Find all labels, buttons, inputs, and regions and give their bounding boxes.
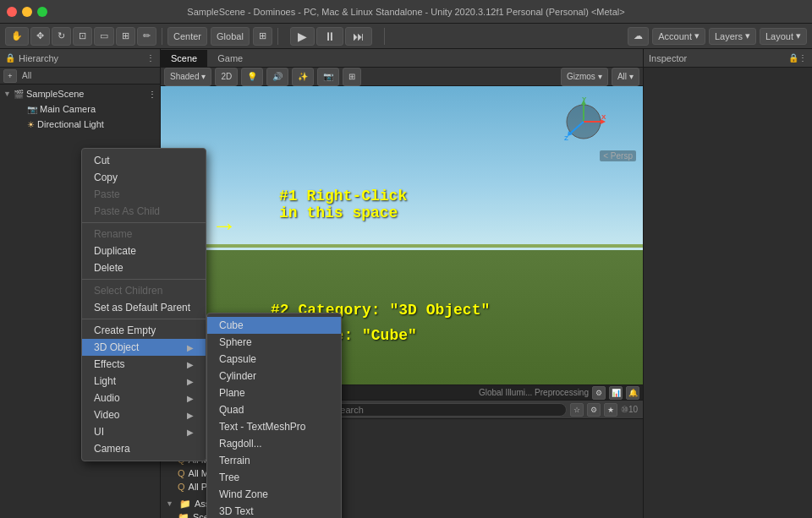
submenu-terrain[interactable]: Terrain: [207, 452, 341, 469]
ctx-effects[interactable]: Effects ▶: [82, 356, 206, 373]
shaded-dropdown[interactable]: Shaded ▾: [164, 68, 211, 86]
ctx-sep-2: [82, 279, 206, 280]
tab-game[interactable]: Game: [207, 50, 253, 67]
hierarchy-directional-light[interactable]: ☀ Directional Light: [0, 117, 160, 132]
toolbar-right: ☁ Account ▾ Layers ▾ Layout ▾: [628, 27, 807, 46]
audio-button[interactable]: 🔊: [266, 68, 288, 86]
pause-button[interactable]: ⏸: [316, 27, 343, 46]
bottom-scene-toolbar: ☆ ⚙ ★ ⑩10: [321, 401, 643, 419]
hierarchy-add-button[interactable]: +: [3, 69, 17, 83]
submenu-sphere[interactable]: Sphere: [207, 334, 341, 351]
directional-light-label: Directional Light: [37, 119, 104, 129]
layers-dropdown[interactable]: Layers ▾: [709, 28, 756, 45]
filter-btn-3[interactable]: ★: [604, 403, 617, 417]
ctx-select-children: Select Children: [82, 282, 206, 299]
ctx-ui[interactable]: UI ▶: [82, 423, 206, 440]
ctx-camera[interactable]: Camera: [82, 440, 206, 457]
arrow-icon: ▼: [166, 499, 176, 508]
ctx-set-default-parent[interactable]: Set as Default Parent: [82, 299, 206, 316]
bottom-content: [321, 419, 643, 518]
ctx-light[interactable]: Light ▶: [82, 373, 206, 390]
persp-label: < Persp: [600, 150, 636, 161]
scene-toolbar: Shaded ▾ 2D 💡 🔊 ✨ 📷 ⊞ Gizmos ▾ All ▾: [161, 68, 643, 86]
scale-tool[interactable]: ⊡: [73, 27, 92, 46]
account-dropdown[interactable]: Account ▾: [652, 28, 705, 45]
multi-tool[interactable]: ⊞: [116, 27, 135, 46]
submenu-quad[interactable]: Quad: [207, 401, 341, 418]
scene-gizmo[interactable]: X Y Z: [558, 96, 609, 147]
ctx-copy[interactable]: Copy: [82, 169, 206, 186]
hierarchy-sample-scene[interactable]: ▼ 🎬 SampleScene ⋮: [0, 86, 160, 101]
hierarchy-main-camera[interactable]: 📷 Main Camera: [0, 101, 160, 117]
ctx-paste: Paste: [82, 186, 206, 203]
scene-cam-button[interactable]: 📷: [317, 68, 339, 86]
ctx-cut[interactable]: Cut: [82, 152, 206, 169]
submenu-plane[interactable]: Plane: [207, 384, 341, 401]
move-tool[interactable]: ✥: [30, 27, 50, 46]
submenu-cube[interactable]: Cube: [207, 317, 341, 334]
custom-tool[interactable]: ✏: [137, 27, 156, 46]
global-toggle[interactable]: Global: [211, 27, 250, 46]
ctx-3d-object[interactable]: 3D Object ▶: [82, 339, 206, 356]
lights-button[interactable]: 💡: [241, 68, 263, 86]
asset-search-input[interactable]: [326, 403, 567, 417]
all-dropdown[interactable]: All ▾: [612, 68, 639, 86]
arrow-icon: ▼: [3, 90, 14, 98]
rect-tool[interactable]: ▭: [94, 27, 114, 46]
ctx-create-empty[interactable]: Create Empty: [82, 322, 206, 339]
playback-controls: ▶ ⏸ ⏭: [290, 27, 372, 46]
tab-scene[interactable]: Scene: [161, 50, 207, 67]
ctx-delete[interactable]: Delete: [82, 259, 206, 276]
window-title: SampleScene - Dominoes - PC, Mac & Linux…: [187, 7, 624, 17]
ctx-rename: Rename: [82, 226, 206, 243]
center-toggle[interactable]: Center: [167, 27, 207, 46]
svg-text:Z: Z: [564, 134, 568, 142]
folder-icon-3: Q: [178, 482, 185, 492]
grid-button[interactable]: ⊞: [253, 27, 272, 46]
maximize-button[interactable]: [37, 7, 47, 17]
filter-btn-1[interactable]: ☆: [570, 403, 584, 417]
status-btn-2[interactable]: 📊: [609, 386, 623, 400]
submenu-wind-zone[interactable]: Wind Zone: [207, 486, 341, 503]
hierarchy-toolbar: + All: [0, 68, 160, 85]
filter-btn-2[interactable]: ⚙: [587, 403, 601, 417]
minimize-button[interactable]: [22, 7, 32, 17]
status-btn-3[interactable]: 🔔: [626, 386, 639, 400]
hand-tool[interactable]: ✋: [5, 27, 29, 46]
submenu-ragdoll[interactable]: Ragdoll...: [207, 435, 341, 452]
fx-button[interactable]: ✨: [292, 68, 314, 86]
separator-1: [162, 28, 162, 45]
traffic-lights: [7, 7, 47, 17]
status-btn-1[interactable]: ⚙: [592, 386, 606, 400]
main-camera-label: Main Camera: [40, 104, 96, 114]
2d-button[interactable]: 2D: [215, 68, 238, 86]
gizmos-dropdown[interactable]: Gizmos ▾: [561, 68, 608, 86]
ctx-duplicate[interactable]: Duplicate: [82, 243, 206, 259]
collab-button[interactable]: ☁: [628, 27, 649, 46]
ctx-audio[interactable]: Audio ▶: [82, 390, 206, 406]
submenu-3d-text[interactable]: 3D Text: [207, 503, 341, 518]
step-button[interactable]: ⏭: [345, 27, 372, 46]
ctx-sep-3: [82, 319, 206, 319]
main-toolbar: ✋ ✥ ↻ ⊡ ▭ ⊞ ✏ Center Global ⊞ ▶ ⏸ ⏭ ☁ Ac…: [0, 24, 812, 49]
hierarchy-title: Hierarchy: [19, 53, 58, 63]
submenu-tree[interactable]: Tree: [207, 469, 341, 486]
arrow-icon-light: ▶: [187, 377, 194, 386]
submenu-cylinder[interactable]: Cylinder: [207, 368, 341, 384]
layout-dropdown[interactable]: Layout ▾: [760, 28, 807, 45]
arrow-icon-audio: ▶: [187, 394, 194, 403]
grid-scene-button[interactable]: ⊞: [343, 68, 361, 86]
rotate-tool[interactable]: ↻: [52, 27, 71, 46]
inspector-panel: Inspector 🔒 ⋮: [643, 49, 812, 518]
scene-menu[interactable]: ⋮: [148, 90, 156, 99]
close-button[interactable]: [7, 7, 17, 17]
arrow-icon-ui: ▶: [187, 428, 194, 437]
submenu-capsule[interactable]: Capsule: [207, 351, 341, 368]
play-button[interactable]: ▶: [290, 27, 315, 46]
submenu-3d-object: Cube Sphere Capsule Cylinder Plane Quad …: [206, 313, 342, 518]
title-bar: SampleScene - Dominoes - PC, Mac & Linux…: [0, 0, 812, 24]
light-icon: ☀: [27, 120, 35, 129]
camera-icon: 📷: [27, 105, 37, 114]
submenu-text-mesh-pro[interactable]: Text - TextMeshPro: [207, 418, 341, 435]
ctx-video[interactable]: Video ▶: [82, 406, 206, 423]
